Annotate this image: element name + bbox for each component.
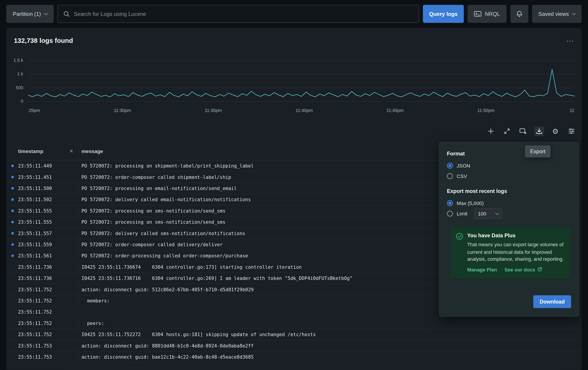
query-logs-button[interactable]: Query logs — [423, 5, 464, 23]
limit-option-label: Limit — [457, 211, 467, 216]
format-option-json[interactable]: JSON — [447, 160, 571, 171]
x-axis-label: 11:25pm — [28, 108, 40, 113]
data-plus-title: You have Data Plus — [467, 232, 565, 239]
data-plus-banner: You have Data Plus That means you can ex… — [451, 227, 570, 278]
viewport: Partition (1) Query logs NRQL — [0, 0, 588, 370]
timestamp-cell: 23:55:11.752 — [7, 329, 79, 340]
limit-select[interactable]: 100 — [474, 208, 502, 219]
table-row[interactable]: 23:55:11.753action: disconnect guid: 880… — [7, 340, 582, 351]
severity-dot — [11, 221, 14, 223]
radio-selected-icon — [447, 163, 453, 169]
log-volume-line — [28, 69, 575, 97]
max-option-label: Max (5,000) — [457, 200, 484, 206]
remove-column-button[interactable]: × — [69, 148, 73, 155]
radio-selected-icon — [447, 200, 453, 206]
table-row[interactable]: 23:55:11.752 peers: — [7, 318, 582, 329]
format-option-csv[interactable]: CSV — [447, 171, 571, 181]
timestamp-cell: 23:55:11.752 — [7, 318, 79, 329]
message-cell: peers: — [79, 318, 582, 329]
nrql-icon — [474, 11, 482, 17]
timestamp-cell: 23:55:11.561 — [7, 250, 79, 261]
timestamp-cell: 23:55:11.752 — [7, 284, 79, 295]
radio-unselected-icon — [447, 210, 453, 217]
add-button[interactable] — [486, 126, 496, 136]
logs-panel: 132,738 logs found ⋯ 1.5 k 1 k 500 0 — [7, 28, 582, 370]
limit-option[interactable]: Limit 100 — [447, 208, 571, 219]
severity-dot — [11, 254, 14, 257]
bell-icon — [515, 10, 523, 18]
recent-logs-section-title: Export most recent logs — [447, 188, 571, 194]
settings-button[interactable]: ⚙ — [550, 126, 560, 136]
export-button[interactable] — [535, 126, 544, 136]
radio-unselected-icon — [447, 173, 453, 179]
timestamp-cell: 23:55:11.559 — [7, 239, 79, 250]
severity-dot — [11, 198, 14, 201]
format-option-json-label: JSON — [457, 163, 470, 168]
notifications-button[interactable] — [510, 5, 528, 23]
export-tooltip: Export — [525, 145, 551, 158]
saved-views-button[interactable]: Saved views — [532, 5, 581, 23]
timestamp-cell: 23:55:11.557 — [7, 228, 79, 239]
expand-button[interactable] — [502, 126, 512, 136]
search-bar[interactable] — [57, 5, 419, 23]
message-cell: action: disconnect guid: bae12c1b-4c22-4… — [79, 351, 582, 362]
x-axis-label: 11:30pm — [114, 108, 131, 113]
message-header-label: message — [82, 148, 103, 154]
search-input[interactable] — [74, 11, 413, 17]
x-axis-label: 11:50pm — [477, 108, 494, 113]
timestamp-cell: 23:55:11.449 — [7, 160, 79, 171]
max-option[interactable]: Max (5,000) — [447, 198, 571, 208]
timestamp-cell: 23:55:11.555 — [7, 205, 79, 216]
severity-dot — [11, 176, 14, 179]
partition-label: Partition (1) — [13, 11, 41, 17]
download-button[interactable]: Download — [533, 295, 571, 308]
chevron-down-icon — [44, 11, 48, 15]
timestamp-header-label: timestamp — [18, 148, 43, 154]
nrql-button[interactable]: NRQL — [468, 5, 506, 23]
timestamp-cell: 23:55:11.451 — [7, 172, 79, 183]
timestamp-cell: 23:55:11.753 — [7, 340, 79, 351]
timestamp-cell: 23:55:11.736 — [7, 273, 79, 284]
see-docs-link[interactable]: See our docs — [504, 267, 542, 272]
limit-select-value: 100 — [478, 211, 486, 216]
panel-header: 132,738 logs found ⋯ — [7, 28, 582, 45]
download-icon — [536, 128, 542, 134]
expand-icon — [504, 128, 510, 134]
chart-plot-area[interactable] — [28, 58, 575, 105]
table-settings-button[interactable] — [567, 126, 576, 136]
data-plus-body: That means you can export large volumes … — [467, 241, 565, 263]
message-cell: I0425 23:55:11.752272 6304 hosts.go:181]… — [79, 329, 582, 340]
export-popover: Format JSON CSV Export most recent logs … — [439, 142, 579, 317]
timestamp-cell: 23:55:11.752 — [7, 306, 79, 317]
gear-icon: ⚙ — [552, 128, 559, 135]
y-axis-label: 0 — [7, 99, 23, 104]
y-axis-label: 500 — [7, 85, 23, 90]
plus-icon — [487, 128, 494, 134]
timestamp-cell: 23:55:11.500 — [7, 183, 79, 194]
add-to-dashboard-icon — [519, 128, 527, 134]
popover-footer: Download — [533, 295, 571, 308]
severity-dot — [11, 187, 14, 190]
manage-plan-link[interactable]: Manage Plan — [467, 267, 497, 272]
message-cell: action: disconnect guid: 8801dd48-b1c0-4… — [79, 340, 582, 351]
data-plus-links: Manage Plan See our docs — [467, 267, 565, 272]
more-options-button[interactable]: ⋯ — [566, 39, 574, 43]
severity-dot — [11, 165, 14, 167]
x-axis-label: 11:40pm — [296, 108, 313, 113]
timestamp-cell: 23:55:11.502 — [7, 194, 79, 205]
x-axis-label: 11:35pm — [205, 108, 222, 113]
timestamp-cell: 23:55:11.736 — [7, 262, 79, 272]
timestamp-cell: 23:55:11.555 — [7, 217, 79, 228]
timestamp-cell: 23:55:11.752 — [7, 295, 79, 306]
x-axis-label: 11:45pm — [387, 108, 404, 113]
search-icon — [63, 10, 70, 17]
add-to-dashboard-button[interactable] — [518, 126, 528, 136]
y-axis-label: 1 k — [7, 71, 23, 77]
partition-button[interactable]: Partition (1) — [7, 5, 54, 23]
chevron-down-icon — [572, 11, 576, 15]
app-root: Partition (1) Query logs NRQL — [0, 0, 588, 370]
x-axis-label: 11: — [570, 108, 575, 113]
table-row[interactable]: 23:55:11.753action: disconnect guid: bae… — [7, 351, 582, 363]
table-row[interactable]: 23:55:11.752I0425 23:55:11.752272 6304 h… — [7, 329, 582, 340]
timestamp-cell: 23:55:11.753 — [7, 351, 79, 362]
